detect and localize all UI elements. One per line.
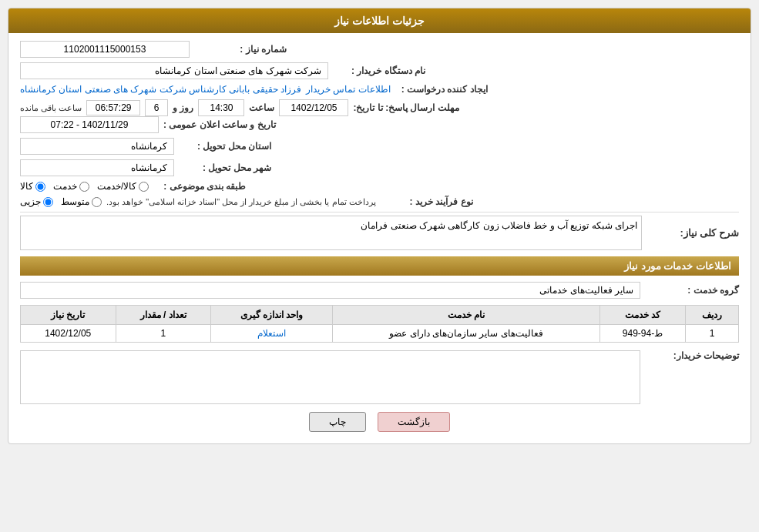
remaining-row: 06:57:29 ساعت باقی مانده [20, 100, 140, 115]
radio-service-label: خدمت [53, 181, 77, 192]
province-row: استان محل تحویل : کرمانشاه [20, 138, 739, 155]
send-time-value: 14:30 [198, 99, 244, 116]
radio-goods-service-input[interactable] [139, 182, 149, 192]
radio-service: خدمت [53, 181, 89, 192]
need-number-value: 1102001115000153 [20, 41, 190, 58]
send-remaining-label: ساعت باقی مانده [20, 103, 82, 113]
send-time-label: ساعت [249, 102, 274, 113]
process-radio-group: متوسط جزیی [20, 196, 102, 207]
province-value: کرمانشاه [20, 138, 174, 155]
creator-label: ایجاد کننده درخواست : [395, 84, 488, 95]
table-body: 1 ط-94-949 فعالیت‌های سایر سازمان‌های دا… [21, 325, 739, 343]
radio-partial-label: جزیی [20, 196, 41, 207]
send-date-value: 1402/12/05 [279, 99, 348, 116]
radio-goods-service: کالا/خدمت [97, 181, 149, 192]
col-rownum: ردیف [686, 306, 739, 325]
desc-row: شرح کلی نیاز: اجرای شبکه توزیع آب و خط ف… [20, 216, 739, 250]
cell-code: ط-94-949 [599, 325, 685, 343]
table-row: 1 ط-94-949 فعالیت‌های سایر سازمان‌های دا… [21, 325, 739, 343]
col-name: نام خدمت [333, 306, 600, 325]
buyer-notes-label: توضیحات خریدار: [646, 350, 739, 361]
radio-goods: کالا [20, 181, 45, 192]
back-button[interactable]: بازگشت [378, 412, 450, 432]
buyer-notes-value [20, 350, 640, 404]
radio-goods-label: کالا [20, 181, 33, 192]
radio-goods-input[interactable] [35, 182, 45, 192]
service-group-value: سایر فعالیت‌های خدماتی [20, 282, 640, 299]
col-code: کد خدمت [599, 306, 685, 325]
services-table: ردیف کد خدمت نام خدمت واحد اندازه گیری ت… [20, 305, 739, 343]
print-button[interactable]: چاپ [309, 412, 366, 432]
card-body: شماره نیاز : 1102001115000153 نام دستگاه… [8, 33, 751, 443]
cell-name: فعالیت‌های سایر سازمان‌های دارای عضو [333, 325, 600, 343]
desc-section-label: شرح کلی نیاز: [646, 227, 739, 239]
cell-qty: 1 [116, 325, 210, 343]
page-container: جزئیات اطلاعات نیاز شماره نیاز : 1102001… [0, 0, 759, 532]
buyer-notes-row: توضیحات خریدار: [20, 350, 739, 404]
announce-row: تاریخ و ساعت اعلان عمومی : 1402/11/29 - … [20, 116, 739, 133]
category-radio-group: کالا/خدمت خدمت کالا [20, 181, 149, 192]
service-group-row: گروه خدمت : سایر فعالیت‌های خدماتی [20, 282, 739, 299]
main-card: جزئیات اطلاعات نیاز شماره نیاز : 1102001… [8, 8, 751, 444]
send-date-label: مهلت ارسال پاسخ: تا تاریخ: [353, 102, 458, 113]
service-group-label: گروه خدمت : [646, 285, 739, 296]
org-name-value: شرکت شهرک های صنعتی استان کرمانشاه [20, 62, 328, 79]
radio-medium-input[interactable] [92, 197, 102, 207]
send-remaining-value: 06:57:29 [86, 100, 140, 115]
radio-goods-service-label: کالا/خدمت [97, 181, 136, 192]
send-date-row: مهلت ارسال پاسخ: تا تاریخ: 1402/12/05 سا… [20, 99, 739, 116]
radio-medium: متوسط [61, 196, 102, 207]
need-number-label: شماره نیاز : [194, 44, 287, 55]
city-value: کرمانشاه [20, 159, 174, 176]
creator-value: فرزاد حقیقی بابانی کارشناس شرکت شهرک های… [20, 84, 301, 95]
city-label: شهر محل تحویل : [179, 162, 271, 173]
process-note: پرداخت تمام یا بخشی از مبلغ خریدار از مح… [106, 197, 376, 207]
province-label: استان محل تحویل : [179, 141, 271, 152]
category-row: طبقه بندی موضوعی : کالا/خدمت خدمت کالا [20, 181, 739, 192]
cell-unit: استعلام [210, 325, 332, 343]
category-label: طبقه بندی موضوعی : [153, 181, 246, 192]
col-unit: واحد اندازه گیری [210, 306, 332, 325]
creator-link[interactable]: اطلاعات تماس خریدار [306, 84, 391, 95]
page-title: جزئیات اطلاعات نیاز [334, 15, 425, 27]
cell-rownum: 1 [686, 325, 739, 343]
send-days-label: روز و [173, 102, 193, 113]
radio-partial-input[interactable] [43, 197, 53, 207]
services-title: اطلاعات خدمات مورد نیاز [624, 260, 731, 272]
col-date: تاریخ نیاز [21, 306, 116, 325]
send-days-value: 6 [145, 99, 168, 116]
radio-service-input[interactable] [79, 182, 89, 192]
org-name-label: نام دستگاه خریدار : [333, 65, 425, 76]
desc-value: اجرای شبکه توزیع آب و خط فاضلاب زون کارگ… [361, 220, 637, 231]
need-number-row: شماره نیاز : 1102001115000153 [20, 41, 739, 58]
button-row: بازگشت چاپ [20, 412, 739, 432]
announce-value: 1402/11/29 - 07:22 [20, 116, 159, 133]
card-header: جزئیات اطلاعات نیاز [8, 8, 751, 33]
process-label: نوع فرآیند خرید : [381, 196, 473, 207]
radio-partial: جزیی [20, 196, 53, 207]
city-row: شهر محل تحویل : کرمانشاه [20, 159, 739, 176]
creator-row: ایجاد کننده درخواست : اطلاعات تماس خریدا… [20, 84, 739, 95]
cell-date: 1402/12/05 [21, 325, 116, 343]
separator1 [20, 212, 739, 212]
process-type-row: نوع فرآیند خرید : پرداخت تمام یا بخشی از… [20, 196, 739, 207]
radio-medium-label: متوسط [61, 196, 89, 207]
services-section-header: اطلاعات خدمات مورد نیاز [20, 256, 739, 276]
announce-label: تاریخ و ساعت اعلان عمومی : [163, 119, 276, 130]
col-qty: تعداد / مقدار [116, 306, 210, 325]
org-name-row: نام دستگاه خریدار : شرکت شهرک های صنعتی … [20, 62, 739, 79]
table-header: ردیف کد خدمت نام خدمت واحد اندازه گیری ت… [21, 306, 739, 325]
